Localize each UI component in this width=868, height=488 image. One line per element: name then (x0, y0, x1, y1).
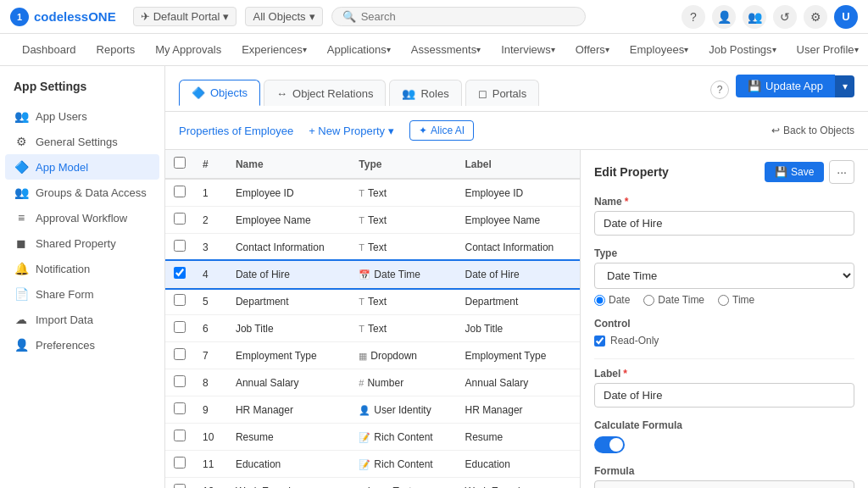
table-row[interactable]: 5 Department TText Department (165, 288, 580, 315)
users-icon[interactable]: 👥 (743, 5, 766, 29)
all-objects-button[interactable]: All Objects ▾ (245, 7, 322, 26)
nav-approvals[interactable]: My Approvals (147, 34, 230, 66)
label-input[interactable] (594, 383, 854, 408)
row-checkbox[interactable] (174, 240, 186, 252)
name-input[interactable] (594, 211, 854, 236)
edit-panel: Edit Property 💾 Save ··· Name * (580, 150, 868, 488)
save-button[interactable]: 💾 Save (765, 162, 824, 182)
row-num: 5 (194, 288, 227, 315)
table-row[interactable]: 7 Employment Type ▦Dropdown Employment T… (165, 342, 580, 369)
user-icon[interactable]: 👤 (712, 5, 736, 29)
row-checkbox[interactable] (174, 213, 186, 225)
row-num: 6 (194, 315, 227, 342)
sidebar-item-preferences[interactable]: 👤 Preferences (0, 332, 164, 358)
nav-interviews[interactable]: Interviews (492, 34, 564, 66)
sidebar-item-notification[interactable]: 🔔 Notification (0, 256, 164, 281)
save-icon: 💾 (775, 166, 787, 178)
tab-objects[interactable]: 🔷 Objects (179, 80, 260, 106)
tab-right-actions: ? 💾 Update App ▾ (710, 75, 854, 104)
row-label: Contact Information (457, 234, 580, 261)
table-row[interactable]: 2 Employee Name TText Employee Name (165, 207, 580, 234)
history-icon[interactable]: ↺ (773, 5, 797, 29)
type-select[interactable]: Date Time (594, 263, 854, 289)
alice-ai-label: Alice AI (431, 125, 465, 136)
readonly-checkbox[interactable] (594, 336, 605, 347)
row-label: Resume (457, 424, 580, 451)
row-checkbox[interactable] (174, 430, 186, 441)
roles-tab-icon: 👥 (402, 87, 415, 100)
nav-employees[interactable]: Employees (621, 34, 697, 66)
alice-ai-button[interactable]: ✦ Alice AI (409, 120, 474, 141)
row-checkbox[interactable] (174, 457, 186, 469)
row-checkbox[interactable] (174, 294, 186, 306)
radio-time[interactable]: Time (718, 294, 754, 306)
row-checkbox[interactable] (174, 375, 186, 387)
row-checkbox[interactable] (174, 267, 186, 279)
table-row[interactable]: 11 Education 📝Rich Content Education (165, 451, 580, 478)
calc-formula-toggle[interactable] (594, 436, 625, 453)
nav-assessments[interactable]: Assessments (403, 34, 489, 66)
table-row[interactable]: 8 Annual Salary #Number Annual Salary (165, 369, 580, 396)
row-num: 10 (194, 424, 227, 451)
settings-icon[interactable]: ⚙ (804, 5, 827, 29)
radio-datetime-input[interactable] (643, 295, 654, 306)
search-bar[interactable]: 🔍 (331, 7, 586, 26)
table-row[interactable]: 10 Resume 📝Rich Content Resume (165, 424, 580, 451)
search-input[interactable] (361, 10, 575, 23)
row-checkbox[interactable] (174, 321, 186, 333)
new-property-button[interactable]: + New Property ▾ (302, 122, 401, 140)
nav-experiences[interactable]: Experiences (233, 34, 315, 66)
back-label: Back to Objects (783, 125, 854, 136)
sidebar-title: App Settings (0, 76, 164, 103)
select-all-checkbox[interactable] (174, 157, 186, 169)
tab-label: Portals (492, 87, 526, 100)
row-checkbox[interactable] (174, 186, 186, 197)
sidebar-item-general-settings[interactable]: ⚙ General Settings (0, 129, 164, 154)
row-name: Job Title (227, 315, 350, 342)
update-app-button[interactable]: 💾 Update App (736, 75, 835, 97)
sidebar-item-app-model[interactable]: 🔷 App Model (5, 154, 159, 180)
avatar[interactable]: U (834, 5, 858, 29)
sidebar-item-groups-data-access[interactable]: 👥 Groups & Data Access (0, 180, 164, 205)
formula-textarea[interactable] (594, 480, 854, 488)
tab-portals[interactable]: ◻ Portals (465, 80, 539, 106)
radio-datetime[interactable]: Date Time (643, 294, 704, 306)
disk-icon: 💾 (748, 80, 761, 92)
nav-dashboard[interactable]: Dashboard (14, 34, 85, 66)
table-row[interactable]: 6 Job Title TText Job Title (165, 315, 580, 342)
table-row[interactable]: 9 HR Manager 👤User Identity HR Manager (165, 396, 580, 424)
table-row[interactable]: 12 Work Experience ≡Long Text Work Exper… (165, 478, 580, 489)
table-row[interactable]: 3 Contact Information TText Contact Info… (165, 234, 580, 261)
help-icon[interactable]: ? (682, 5, 705, 29)
nav-reports[interactable]: Reports (88, 34, 144, 66)
radio-time-input[interactable] (718, 295, 729, 306)
more-options-button[interactable]: ··· (829, 160, 854, 184)
nav-applications[interactable]: Applications (319, 34, 399, 66)
portal-button[interactable]: ✈ Default Portal ▾ (133, 7, 237, 26)
table-row[interactable]: 4 Date of Hire 📅Date Time Date of Hire (165, 261, 580, 288)
sidebar-item-share-form[interactable]: 📄 Share Form (0, 281, 164, 307)
sidebar-item-import-data[interactable]: ☁ Import Data (0, 307, 164, 332)
sidebar-item-app-users[interactable]: 👥 App Users (0, 103, 164, 129)
table-row[interactable]: 1 Employee ID TText Employee ID (165, 179, 580, 207)
type-icon: T (359, 215, 364, 225)
row-checkbox[interactable] (174, 484, 186, 488)
update-app-dropdown-button[interactable]: ▾ (835, 75, 854, 97)
tab-object-relations[interactable]: ↔ Object Relations (264, 80, 386, 106)
sidebar-item-approval-workflow[interactable]: ≡ Approval Workflow (0, 205, 164, 230)
row-type: ▦Dropdown (350, 342, 456, 369)
radio-datetime-label: Date Time (658, 294, 704, 306)
nav-user-profile[interactable]: User Profile (788, 34, 867, 66)
row-checkbox[interactable] (174, 402, 186, 414)
col-type: Type (350, 150, 456, 179)
row-checkbox[interactable] (174, 348, 186, 360)
sidebar-item-shared-property[interactable]: ◼ Shared Property (0, 230, 164, 256)
tab-help-icon[interactable]: ? (710, 80, 729, 99)
type-icon: T (359, 188, 364, 198)
nav-offers[interactable]: Offers (567, 34, 618, 66)
back-to-objects-button[interactable]: ↩ Back to Objects (771, 125, 854, 136)
radio-date[interactable]: Date (594, 294, 630, 306)
tab-roles[interactable]: 👥 Roles (389, 80, 461, 106)
radio-date-input[interactable] (594, 295, 605, 306)
nav-job-postings[interactable]: Job Postings (700, 34, 784, 66)
